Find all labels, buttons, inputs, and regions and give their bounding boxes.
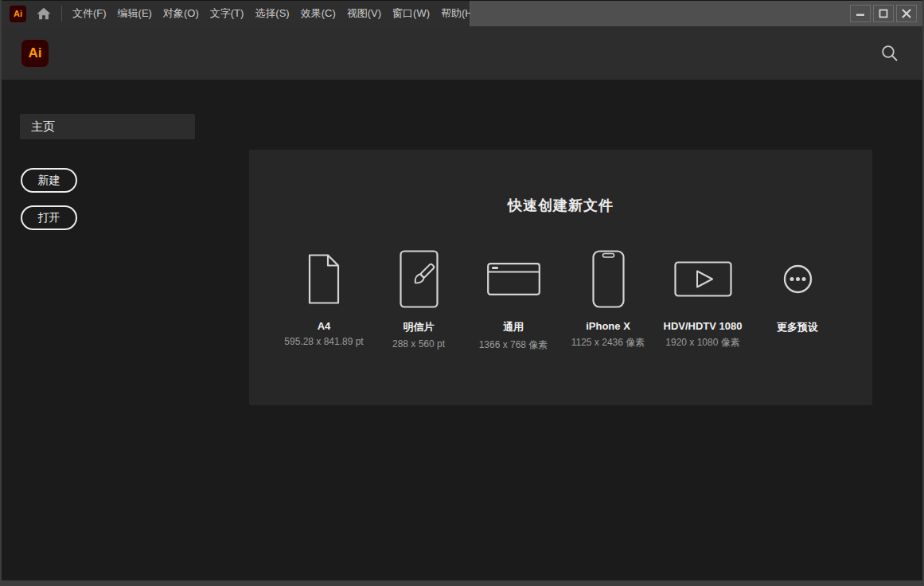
quick-start-panel: 快速创建新文件 A4 595.28 x 841.89 pt [249, 150, 872, 405]
preset-card-web[interactable]: 通用 1366 x 768 像素 [466, 240, 561, 352]
preset-size: 595.28 x 841.89 pt [277, 336, 372, 347]
preset-size: 1125 x 2436 像素 [561, 336, 656, 350]
window-frame-left [0, 0, 2, 586]
preset-card-a4[interactable]: A4 595.28 x 841.89 pt [277, 240, 372, 352]
preset-size: 288 x 560 pt [372, 338, 466, 350]
app-logo-icon: Ai [10, 6, 26, 22]
document-icon [277, 240, 372, 317]
titlebar: Ai 文件(F) 编辑(E) 对象(O) 文字(T) 选择(S) 效果(C) 视… [0, 0, 924, 26]
menu-type[interactable]: 文字(T) [205, 1, 250, 26]
panel-title: 快速创建新文件 [249, 196, 872, 215]
preset-name: 通用 [466, 320, 561, 334]
menu-file[interactable]: 文件(F) [67, 1, 112, 26]
preset-row: A4 595.28 x 841.89 pt 明信片 [249, 240, 872, 352]
sidebar-item-home[interactable]: 主页 [20, 114, 195, 139]
video-play-icon [656, 240, 751, 317]
open-file-button[interactable]: 打开 [21, 205, 77, 230]
search-icon[interactable] [879, 43, 899, 64]
titlebar-separator [61, 6, 62, 21]
menu-effect[interactable]: 效果(C) [295, 1, 341, 26]
new-file-button[interactable]: 新建 [21, 168, 77, 193]
preset-size: 1366 x 768 像素 [466, 338, 561, 352]
menu-select[interactable]: 选择(S) [249, 1, 294, 26]
app-logo-icon-large: Ai [21, 40, 49, 67]
preset-card-iphone-x[interactable]: iPhone X 1125 x 2436 像素 [561, 240, 656, 352]
preset-name: iPhone X [561, 320, 656, 332]
smartphone-icon [561, 240, 656, 317]
home-screen-content: 主页 新建 打开 快速创建新文件 A4 595.28 x 841.89 pt [0, 80, 924, 586]
titlebar-menu-section: Ai 文件(F) 编辑(E) 对象(O) 文字(T) 选择(S) 效果(C) 视… [0, 1, 470, 26]
preset-name: A4 [277, 320, 372, 332]
browser-window-icon [466, 240, 561, 317]
paintbrush-postcard-icon [372, 240, 466, 317]
preset-card-postcard[interactable]: 明信片 288 x 560 pt [372, 240, 466, 352]
menu-window[interactable]: 窗口(W) [387, 1, 435, 26]
menu-object[interactable]: 对象(O) [158, 1, 205, 26]
close-icon[interactable] [896, 5, 917, 22]
preset-name: HDV/HDTV 1080 [656, 320, 751, 332]
window-frame-bottom [0, 580, 924, 586]
illustrator-home-window: Ai 文件(F) 编辑(E) 对象(O) 文字(T) 选择(S) 效果(C) 视… [0, 0, 924, 586]
home-icon[interactable] [34, 4, 53, 23]
titlebar-drag-area [470, 1, 924, 26]
menu-view[interactable]: 视图(V) [341, 1, 387, 26]
preset-card-hdtv[interactable]: HDV/HDTV 1080 1920 x 1080 像素 [656, 240, 751, 352]
preset-name: 更多预设 [751, 320, 845, 334]
maximize-icon[interactable] [873, 5, 894, 22]
preset-card-more-presets[interactable]: 更多预设 [751, 240, 845, 352]
window-controls [850, 5, 917, 22]
menubar: 文件(F) 编辑(E) 对象(O) 文字(T) 选择(S) 效果(C) 视图(V… [67, 1, 481, 26]
minimize-icon[interactable] [850, 5, 871, 22]
app-header: Ai [0, 26, 924, 80]
menu-edit[interactable]: 编辑(E) [112, 1, 158, 26]
ellipsis-circle-icon [751, 240, 845, 317]
preset-name: 明信片 [372, 320, 466, 334]
preset-size: 1920 x 1080 像素 [656, 336, 751, 350]
